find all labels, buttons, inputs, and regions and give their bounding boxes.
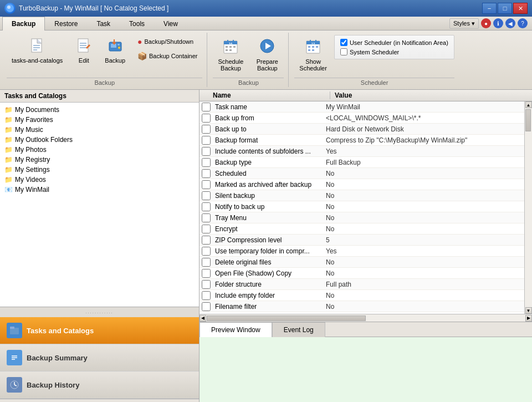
toolbar-icon-2[interactable]: ℹ [493,18,503,28]
title-bar-left: TurboBackup - My WinMail [ No Catalog Se… [4,3,168,14]
nav-backup-history[interactable]: Backup History [0,372,199,399]
row-name-10: Tray Menu [213,213,321,223]
table-row: Include empty folder No [200,290,524,301]
row-checkbox-2[interactable] [202,125,211,134]
prepare-icon [259,38,275,57]
vertical-scrollbar[interactable]: ▲ ▼ [524,101,532,314]
close-button[interactable]: ✕ [513,3,528,14]
ribbon: Backup Restore Task Tools View Styles ▾ … [0,17,532,90]
schedule-label: ScheduleBackup [218,58,243,72]
show-scheduler-button[interactable]: 12 ShowScheduler [294,35,332,74]
styles-button[interactable]: Styles ▾ [449,18,479,29]
row-checkbox-15[interactable] [202,269,211,278]
backup-group-label: Backup [7,78,202,87]
tree-item-my-photos[interactable]: 📁 My Photos [2,145,197,155]
scroll-thumb[interactable] [525,109,531,131]
toolbar-icon-1[interactable]: ● [481,18,491,28]
task-properties-bar: Task Properties [0,399,199,402]
resize-handle-h[interactable]: ············ [0,307,199,317]
table-row: Filename filter No [200,301,524,312]
backup-label: Backup [105,57,125,64]
row-checkbox-7[interactable] [202,180,211,189]
table-row: Scheduled No [200,168,524,179]
row-value-5: Full Backup [321,157,524,167]
scroll-left-btn[interactable]: ◀ [200,315,206,322]
schedule-group-label: Backup [213,78,284,87]
nav-backup-summary[interactable]: Backup Summary [0,344,199,372]
row-checkbox-9[interactable] [202,202,211,211]
tab-backup[interactable]: Backup [2,17,45,30]
row-value-6: No [321,169,524,179]
toolbar-icon-4[interactable]: ? [518,18,528,28]
row-checkbox-17[interactable] [202,291,211,300]
tab-view[interactable]: View [154,17,187,30]
ribbon-group-schedule: 16 ScheduleBackup [208,33,289,87]
window-controls: − □ ✕ [482,3,528,14]
tree-item-my-registry[interactable]: 📁 My Registry [2,155,197,165]
horizontal-scrollbar[interactable]: ◀ ▶ [200,314,532,322]
row-checkbox-13[interactable] [202,247,211,256]
row-checkbox-18[interactable] [202,302,211,311]
scheduler-options: User Scheduler (in Notification Area) Sy… [334,35,454,59]
row-value-15: No [321,268,524,278]
row-checkbox-8[interactable] [202,191,211,200]
tree-item-my-settings[interactable]: 📁 My Settings [2,165,197,175]
row-checkbox-4[interactable] [202,147,211,156]
system-scheduler-checkbox[interactable] [340,48,347,55]
row-checkbox-12[interactable] [202,236,211,245]
svg-rect-37 [312,49,314,51]
row-checkbox-3[interactable] [202,136,211,145]
tree-item-my-outlook[interactable]: 📁 My Outlook Folders [2,135,197,145]
ribbon-group-buttons-scheduler: 12 ShowScheduler [294,33,454,77]
row-checkbox-16[interactable] [202,280,211,289]
backup-shutdown-icon: ● [137,37,142,46]
svg-text:12: 12 [311,42,315,45]
row-checkbox-1[interactable] [202,114,211,123]
scroll-up-btn[interactable]: ▲ [525,101,532,108]
backup-button[interactable]: Backup [100,35,130,67]
row-value-11: No [321,224,524,234]
minimize-button[interactable]: − [482,3,497,14]
tree-item-my-videos[interactable]: 📁 My Videos [2,175,197,185]
tree-item-my-favorites[interactable]: 📁 My Favorites [2,115,197,125]
schedule-backup-button[interactable]: 16 ScheduleBackup [213,35,248,74]
backup-shutdown-button[interactable]: ● Backup/Shutdown [132,35,202,48]
edit-button[interactable]: Edit [70,35,98,67]
user-scheduler-checkbox[interactable] [340,39,347,46]
tab-preview-window[interactable]: Preview Window [200,322,272,337]
maximize-button[interactable]: □ [498,3,512,14]
backup-summary-nav-icon [7,350,22,365]
prepare-backup-button[interactable]: PrepareBackup [250,35,284,74]
ribbon-tabs: Backup Restore Task Tools View Styles ▾ … [0,17,532,30]
tab-tools[interactable]: Tools [120,17,154,30]
row-value-7: No [321,180,524,190]
scheduler-group-label: Scheduler [294,78,454,87]
scroll-down-btn[interactable]: ▼ [525,307,532,314]
row-name-15: Open File (Shadow) Copy [213,268,321,278]
row-checkbox-6[interactable] [202,169,211,178]
tab-restore[interactable]: Restore [45,17,87,30]
row-checkbox-14[interactable] [202,258,211,267]
h-scroll-thumb[interactable] [207,316,366,321]
tab-event-log[interactable]: Event Log [272,322,325,337]
tree-item-my-documents[interactable]: 📁 My Documents [2,105,197,115]
row-checkbox-11[interactable] [202,225,211,233]
tab-task[interactable]: Task [87,17,120,30]
ribbon-right-controls: Styles ▾ ● ℹ ◀ ? [187,17,532,30]
row-name-3: Backup format [213,135,321,145]
row-checkbox-0[interactable] [202,103,211,111]
svg-rect-24 [226,49,228,51]
row-value-16: Full path [321,279,524,289]
toolbar-icon-3[interactable]: ◀ [505,18,515,28]
tree-item-my-music[interactable]: 📁 My Music [2,125,197,135]
nav-tasks-catalogs[interactable]: Tasks and Catalogs [0,317,199,344]
new-button[interactable]: tasks-and-catalogs [7,35,68,67]
scroll-right-btn[interactable]: ▶ [525,315,532,322]
tree-item-label: My Documents [15,106,59,114]
ribbon-group-buttons-schedule: 16 ScheduleBackup [213,33,284,77]
system-scheduler-option: System Scheduler [340,48,448,55]
tree-item-my-winmail[interactable]: 📧 My WinMail [2,185,197,195]
row-checkbox-10[interactable] [202,213,211,222]
backup-container-button[interactable]: 📦 Backup Container [132,49,202,63]
row-checkbox-5[interactable] [202,158,211,167]
